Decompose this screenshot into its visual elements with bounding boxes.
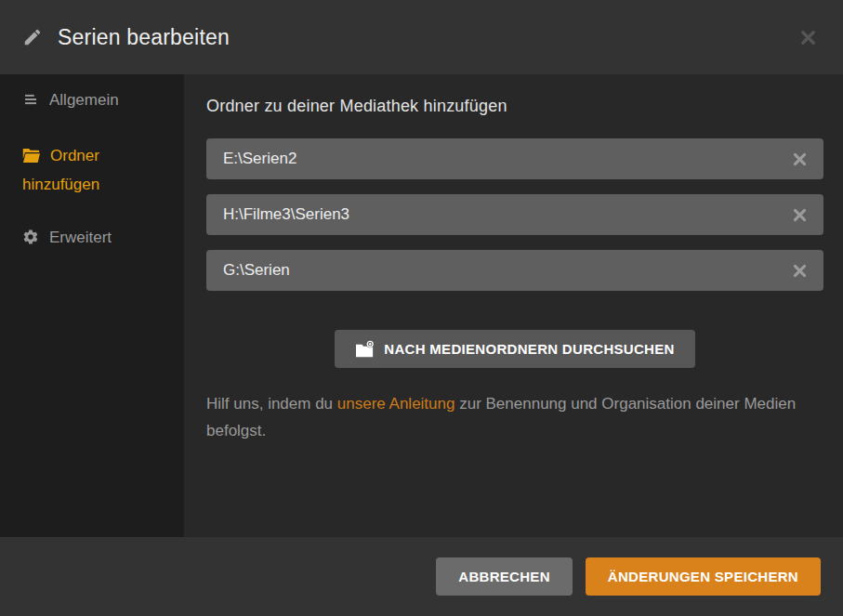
cancel-button[interactable]: ABBRECHEN [436,557,573,596]
main-content: Ordner zu deiner Mediathek hinzufügen [184,74,843,537]
gear-icon [22,228,39,254]
sidebar: Allgemein Ordner hinzufügen Erweitert [0,74,184,537]
save-button[interactable]: ÄNDERUNGEN SPEICHERN [586,557,821,596]
help-text-before: Hilf uns, indem du [206,395,337,413]
x-icon [792,263,808,279]
remove-folder-button[interactable] [790,261,810,281]
x-icon [792,151,808,167]
list-icon [22,90,39,116]
folder-path-input[interactable] [223,261,790,280]
folder-row [206,194,823,235]
x-icon [792,207,808,223]
sidebar-item-label: Erweitert [49,229,112,246]
folder-path-input[interactable] [223,205,790,224]
sidebar-item-erweitert[interactable]: Erweitert [22,225,175,254]
folder-path-input[interactable] [223,150,790,168]
folder-row [206,250,823,291]
sidebar-item-allgemein[interactable]: Allgemein [22,87,175,116]
content-heading: Ordner zu deiner Mediathek hinzufügen [206,97,823,116]
browse-media-folders-button[interactable]: NACH MEDIENORDNERN DURCHSUCHEN [335,330,694,368]
sidebar-item-label: Allgemein [49,91,119,109]
naming-guide-link[interactable]: unsere Anleitung [337,395,455,413]
edit-library-dialog: Serien bearbeiten Allgemein [0,0,843,616]
close-button[interactable] [796,25,821,50]
dialog-header: Serien bearbeiten [0,0,843,74]
folder-plus-icon [355,340,375,358]
browse-button-wrap: NACH MEDIENORDNERN DURCHSUCHEN [206,330,823,368]
remove-folder-button[interactable] [790,205,810,225]
edit-pencil-icon [22,27,43,47]
folder-row [206,138,823,179]
dialog-footer: ABBRECHEN ÄNDERUNGEN SPEICHERN [0,537,843,616]
help-text: Hilf uns, indem du unsere Anleitung zur … [206,390,823,444]
dialog-body: Allgemein Ordner hinzufügen Erweitert [0,74,843,537]
browse-button-label: NACH MEDIENORDNERN DURCHSUCHEN [384,341,674,357]
close-icon [799,29,817,46]
dialog-title: Serien bearbeiten [58,25,796,50]
sidebar-item-ordner-hinzufuegen[interactable]: Ordner hinzufügen [22,143,175,198]
remove-folder-button[interactable] [790,150,810,169]
folder-icon [22,146,40,172]
